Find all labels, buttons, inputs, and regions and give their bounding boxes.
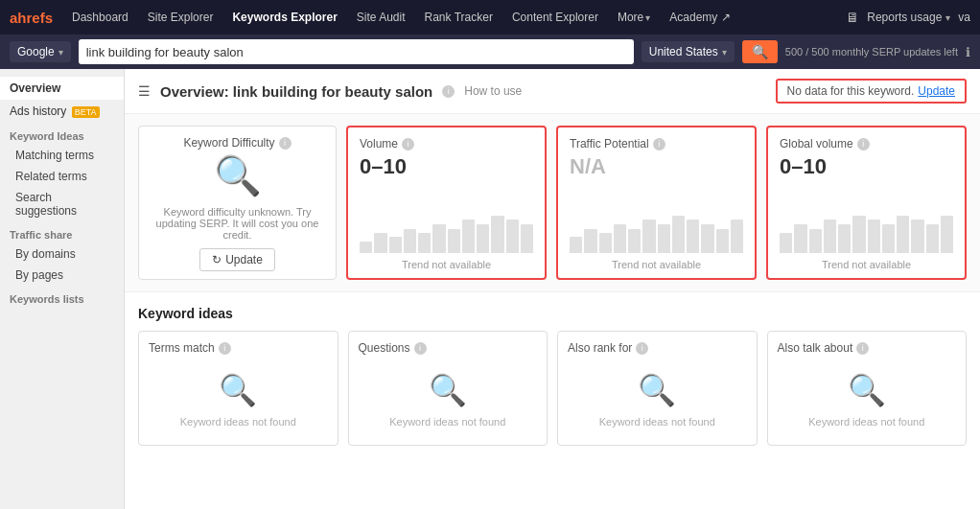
- country-select[interactable]: United States ▾: [642, 41, 735, 62]
- info-icon[interactable]: i: [636, 342, 648, 355]
- bar: [418, 233, 431, 253]
- bar: [374, 233, 386, 253]
- sidebar-item-ads-history[interactable]: Ads history BETA: [0, 100, 124, 123]
- keyword-ideas-grid: Terms match i 🔍 Keyword ideas not found …: [138, 331, 967, 446]
- idea-col-terms-match: Terms match i 🔍 Keyword ideas not found: [138, 331, 338, 446]
- global-volume-chart: [780, 191, 953, 253]
- kd-empty-text: Keyword difficulty unknown. Try updating…: [151, 206, 324, 241]
- sidebar-item-by-domains[interactable]: By domains: [0, 243, 124, 265]
- how-to-use-link[interactable]: How to use: [464, 84, 522, 98]
- sidebar-item-overview[interactable]: Overview: [0, 77, 124, 100]
- nav-site-explorer[interactable]: Site Explorer: [140, 7, 222, 28]
- update-link[interactable]: Update: [918, 84, 955, 98]
- info-icon[interactable]: i: [856, 342, 869, 355]
- sidebar-item-related-terms[interactable]: Related terms: [0, 166, 124, 187]
- search-bar: Google ▾ United States ▾ 🔍 500 / 500 mon…: [0, 35, 980, 69]
- hamburger-icon[interactable]: ☰: [138, 83, 151, 99]
- nav-more[interactable]: More ▾: [610, 7, 658, 28]
- global-volume-trend-label: Trend not available: [780, 259, 953, 270]
- sidebar-section-keyword-ideas: Keyword Ideas: [0, 123, 124, 145]
- info-icon[interactable]: i: [442, 85, 455, 98]
- chevron-down-icon: ▾: [722, 47, 727, 58]
- info-icon[interactable]: i: [653, 138, 665, 150]
- bar: [731, 220, 743, 253]
- terms-match-empty: Keyword ideas not found: [180, 416, 296, 428]
- bar: [432, 224, 445, 253]
- info-icon[interactable]: i: [219, 342, 231, 355]
- volume-trend-label: Trend not available: [360, 259, 533, 270]
- main-layout: Overview Ads history BETA Keyword Ideas …: [0, 69, 980, 509]
- nav-dashboard[interactable]: Dashboard: [64, 7, 136, 28]
- bar: [897, 216, 909, 253]
- metric-card-kd: Keyword Difficulty i 🔍 Keyword difficult…: [138, 126, 337, 280]
- nav-keywords-explorer[interactable]: Keywords Explorer: [224, 7, 344, 28]
- bar: [941, 216, 953, 253]
- search-icon: 🔍: [848, 372, 886, 408]
- global-volume-label: Global volume i: [780, 137, 953, 150]
- bar: [642, 220, 655, 253]
- bar: [882, 224, 895, 253]
- bar: [521, 224, 533, 253]
- search-icon: 🔍: [214, 153, 262, 198]
- metrics-row: Keyword Difficulty i 🔍 Keyword difficult…: [125, 114, 980, 292]
- bar: [491, 216, 503, 253]
- sidebar-item-by-pages[interactable]: By pages: [0, 265, 124, 286]
- serp-info-icon[interactable]: ℹ: [966, 45, 970, 59]
- bar: [687, 220, 699, 253]
- bar: [448, 229, 460, 253]
- idea-col-also-rank: Also rank for i 🔍 Keyword ideas not foun…: [557, 331, 758, 446]
- traffic-bars: [570, 196, 743, 253]
- serp-info: 500 / 500 monthly SERP updates left: [785, 46, 958, 58]
- top-navigation: ahrefs Dashboard Site Explorer Keywords …: [0, 0, 980, 35]
- chevron-down-icon: ▾: [945, 12, 950, 23]
- sidebar-item-search-suggestions[interactable]: Search suggestions: [0, 187, 124, 221]
- engine-select[interactable]: Google ▾: [10, 41, 71, 62]
- search-icon: 🔍: [638, 372, 676, 408]
- sidebar: Overview Ads history BETA Keyword Ideas …: [0, 69, 125, 509]
- update-button[interactable]: ↻ Update: [199, 248, 275, 271]
- bar: [852, 216, 865, 253]
- user-label: va: [958, 11, 970, 24]
- search-input-wrap: [79, 39, 634, 64]
- no-data-text: No data for this keyword.: [787, 84, 915, 98]
- nav-content-explorer[interactable]: Content Explorer: [504, 7, 606, 28]
- reports-usage-button[interactable]: Reports usage ▾: [867, 11, 950, 24]
- search-icon: 🔍: [219, 372, 257, 408]
- bar: [477, 224, 489, 253]
- nav-site-audit[interactable]: Site Audit: [349, 7, 413, 28]
- info-icon[interactable]: i: [414, 342, 427, 355]
- bar: [506, 220, 519, 253]
- main-content: ☰ Overview: link building for beauty sal…: [125, 69, 980, 509]
- search-button[interactable]: 🔍: [742, 40, 778, 63]
- nav-academy[interactable]: Academy ↗: [662, 7, 737, 28]
- bar: [462, 220, 475, 253]
- sidebar-section-traffic-share: Traffic share: [0, 221, 124, 243]
- nav-rank-tracker[interactable]: Rank Tracker: [417, 7, 501, 28]
- info-icon[interactable]: i: [402, 138, 414, 150]
- info-icon[interactable]: i: [857, 138, 870, 150]
- bar: [628, 229, 641, 253]
- monitor-icon: 🖥: [846, 10, 859, 25]
- volume-bars: [360, 196, 533, 253]
- bar: [701, 224, 713, 253]
- traffic-potential-value: N/A: [570, 154, 743, 179]
- also-rank-empty: Keyword ideas not found: [599, 416, 715, 428]
- idea-col-also-talk: Also talk about i 🔍 Keyword ideas not fo…: [767, 331, 968, 446]
- info-icon[interactable]: i: [279, 137, 292, 150]
- volume-label: Volume i: [360, 137, 533, 150]
- bar: [614, 224, 626, 253]
- search-input[interactable]: [86, 45, 626, 59]
- bar: [404, 229, 416, 253]
- sidebar-section-keywords-lists: Keywords lists: [0, 286, 124, 308]
- also-talk-label: Also talk about i: [778, 341, 870, 355]
- idea-col-questions: Questions i 🔍 Keyword ideas not found: [348, 331, 548, 446]
- beta-badge: BETA: [72, 106, 100, 118]
- traffic-potential-trend-label: Trend not available: [570, 259, 743, 270]
- ahrefs-logo: ahrefs: [10, 10, 53, 26]
- sidebar-item-matching-terms[interactable]: Matching terms: [0, 145, 124, 166]
- chevron-down-icon: ▾: [645, 12, 650, 23]
- bar: [570, 237, 582, 253]
- refresh-icon: ↻: [212, 253, 222, 266]
- bar: [926, 224, 939, 253]
- bar: [868, 220, 880, 253]
